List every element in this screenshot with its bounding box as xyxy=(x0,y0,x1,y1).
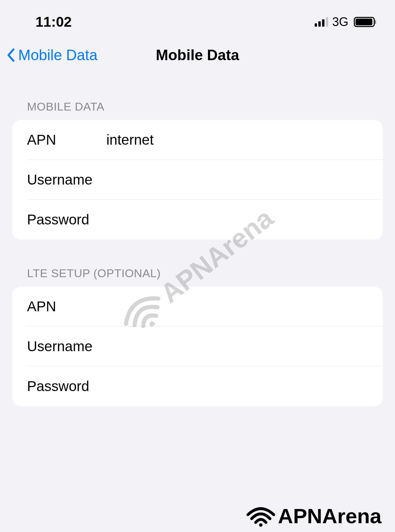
row-lte-password[interactable]: Password xyxy=(12,366,383,406)
status-time: 11:02 xyxy=(35,14,72,30)
input-lte-password[interactable] xyxy=(106,378,368,394)
input-username[interactable] xyxy=(106,172,368,188)
label-password: Password xyxy=(27,212,106,228)
input-password[interactable] xyxy=(106,212,368,228)
card-lte-setup: APN Username Password xyxy=(12,287,383,406)
wifi-icon xyxy=(246,506,275,527)
label-lte-username: Username xyxy=(27,338,106,355)
card-mobile-data: APN Username Password xyxy=(12,120,383,240)
row-apn[interactable]: APN xyxy=(12,120,383,160)
section-header-lte-setup: LTE SETUP (OPTIONAL) xyxy=(0,267,395,287)
page-title: Mobile Data xyxy=(156,47,239,64)
network-type: 3G xyxy=(332,15,348,29)
back-label: Mobile Data xyxy=(18,47,98,64)
battery-icon xyxy=(354,17,375,27)
back-button[interactable]: Mobile Data xyxy=(7,47,98,64)
watermark-text: APNArena xyxy=(278,504,381,528)
section-lte-setup: LTE SETUP (OPTIONAL) APN Username Passwo… xyxy=(0,267,395,406)
label-lte-password: Password xyxy=(27,378,106,394)
label-username: Username xyxy=(27,172,106,188)
label-apn: APN xyxy=(27,132,106,148)
status-bar: 11:02 3G xyxy=(0,0,395,37)
nav-bar: Mobile Data Mobile Data xyxy=(0,37,395,73)
section-mobile-data: MOBILE DATA APN Username Password xyxy=(0,100,395,240)
signal-icon xyxy=(315,17,328,27)
input-lte-username[interactable] xyxy=(106,338,368,355)
row-lte-apn[interactable]: APN xyxy=(12,287,383,327)
row-lte-username[interactable]: Username xyxy=(12,327,383,366)
watermark-bottom: APNArena xyxy=(246,504,381,528)
status-indicators: 3G xyxy=(315,15,375,29)
input-lte-apn[interactable] xyxy=(106,298,368,315)
chevron-left-icon xyxy=(7,48,15,62)
row-username[interactable]: Username xyxy=(12,160,383,200)
row-password[interactable]: Password xyxy=(12,200,383,240)
svg-point-1 xyxy=(259,523,263,527)
input-apn[interactable] xyxy=(106,132,368,148)
section-header-mobile-data: MOBILE DATA xyxy=(0,100,395,120)
label-lte-apn: APN xyxy=(27,298,106,315)
